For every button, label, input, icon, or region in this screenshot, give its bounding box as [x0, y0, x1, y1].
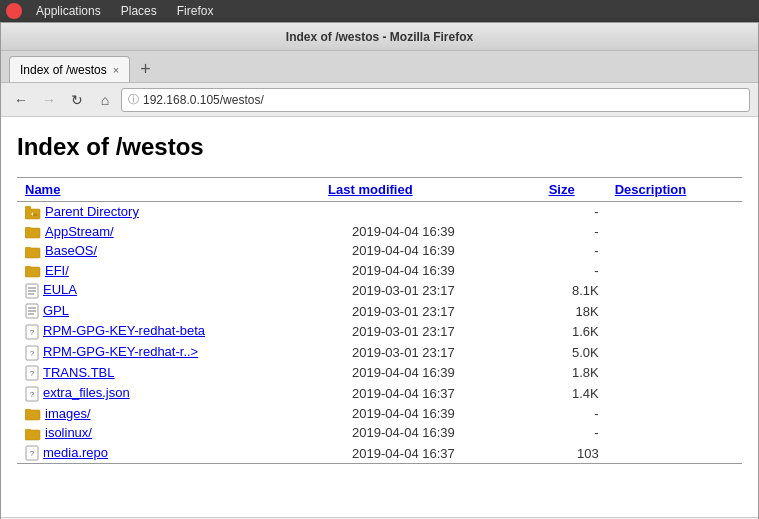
svg-text:?: ?: [30, 369, 35, 378]
table-row: AppStream/2019-04-04 16:39-: [17, 222, 742, 242]
file-size-cell: 18K: [541, 301, 607, 322]
file-name-cell: ?extra_files.json: [17, 383, 320, 404]
file-size-cell: -: [541, 241, 607, 261]
table-row: ?RPM-GPG-KEY-redhat-beta2019-03-01 23:17…: [17, 321, 742, 342]
page-title: Index of /westos: [17, 133, 742, 161]
table-row: ?RPM-GPG-KEY-redhat-r..>2019-03-01 23:17…: [17, 342, 742, 363]
file-desc-cell: [607, 222, 742, 242]
file-desc-cell: [607, 423, 742, 443]
file-link[interactable]: images/: [45, 406, 91, 421]
file-desc-cell: [607, 261, 742, 281]
file-link[interactable]: isolinux/: [45, 425, 92, 440]
menu-bar: Applications Places Firefox: [0, 0, 759, 22]
file-size-cell: 1.4K: [541, 383, 607, 404]
forward-button[interactable]: →: [37, 88, 61, 112]
col-name[interactable]: Name: [17, 178, 320, 202]
file-modified-cell: 2019-04-04 16:39: [320, 423, 541, 443]
file-tbody: Parent Directory-AppStream/2019-04-04 16…: [17, 202, 742, 464]
title-bar: Index of /westos - Mozilla Firefox: [1, 23, 758, 51]
tab-label: Index of /westos: [20, 63, 107, 77]
file-desc-cell: [607, 280, 742, 301]
file-name-cell: Parent Directory: [17, 202, 320, 222]
file-link[interactable]: TRANS.TBL: [43, 365, 115, 380]
active-tab[interactable]: Index of /westos ×: [9, 56, 130, 82]
col-size[interactable]: Size: [541, 178, 607, 202]
file-link[interactable]: BaseOS/: [45, 243, 97, 258]
file-modified-cell: 2019-04-04 16:39: [320, 261, 541, 281]
file-modified-cell: 2019-03-01 23:17: [320, 321, 541, 342]
table-row: EULA2019-03-01 23:178.1K: [17, 280, 742, 301]
file-link[interactable]: extra_files.json: [43, 385, 130, 400]
file-desc-cell: [607, 443, 742, 464]
svg-rect-4: [25, 227, 31, 230]
file-size-cell: -: [541, 423, 607, 443]
file-modified-cell: 2019-03-01 23:17: [320, 280, 541, 301]
file-desc-cell: [607, 301, 742, 322]
col-description: Description: [607, 178, 742, 202]
address-bar-wrapper: ⓘ: [121, 88, 750, 112]
page-content: Index of /westos Name Last modified Size…: [1, 117, 758, 517]
file-link[interactable]: Parent Directory: [45, 204, 139, 219]
file-size-cell: -: [541, 202, 607, 222]
file-link[interactable]: EFI/: [45, 263, 69, 278]
file-desc-cell: [607, 202, 742, 222]
tab-close-button[interactable]: ×: [113, 64, 119, 76]
table-row: EFI/2019-04-04 16:39-: [17, 261, 742, 281]
address-bar[interactable]: [143, 93, 743, 107]
browser-window: Index of /westos - Mozilla Firefox Index…: [0, 22, 759, 519]
table-header-row: Name Last modified Size Description: [17, 178, 742, 202]
table-row: Parent Directory-: [17, 202, 742, 222]
file-modified-cell: 2019-03-01 23:17: [320, 301, 541, 322]
applications-menu[interactable]: Applications: [30, 2, 107, 20]
table-row: images/2019-04-04 16:39-: [17, 404, 742, 424]
file-size-cell: 5.0K: [541, 342, 607, 363]
new-tab-button[interactable]: +: [134, 56, 157, 82]
file-link[interactable]: RPM-GPG-KEY-redhat-beta: [43, 323, 205, 338]
file-name-cell: AppStream/: [17, 222, 320, 242]
svg-text:?: ?: [30, 449, 35, 458]
tab-bar: Index of /westos × +: [1, 51, 758, 83]
file-desc-cell: [607, 342, 742, 363]
file-name-cell: isolinux/: [17, 423, 320, 443]
svg-rect-28: [25, 429, 31, 432]
file-desc-cell: [607, 241, 742, 261]
home-button[interactable]: ⌂: [93, 88, 117, 112]
file-size-cell: 1.6K: [541, 321, 607, 342]
reload-button[interactable]: ↻: [65, 88, 89, 112]
table-row: isolinux/2019-04-04 16:39-: [17, 423, 742, 443]
file-desc-cell: [607, 404, 742, 424]
file-size-cell: -: [541, 222, 607, 242]
file-name-cell: GPL: [17, 301, 320, 322]
file-modified-cell: 2019-04-04 16:37: [320, 443, 541, 464]
svg-text:?: ?: [30, 349, 35, 358]
col-modified[interactable]: Last modified: [320, 178, 541, 202]
file-name-cell: ?TRANS.TBL: [17, 363, 320, 384]
file-modified-cell: 2019-04-04 16:39: [320, 363, 541, 384]
file-size-cell: -: [541, 404, 607, 424]
file-link[interactable]: GPL: [43, 303, 69, 318]
file-table: Name Last modified Size Description Pare…: [17, 177, 742, 464]
file-link[interactable]: media.repo: [43, 445, 108, 460]
file-desc-cell: [607, 321, 742, 342]
file-desc-cell: [607, 363, 742, 384]
file-link[interactable]: AppStream/: [45, 224, 114, 239]
table-row: GPL2019-03-01 23:1718K: [17, 301, 742, 322]
app-icon: [6, 3, 22, 19]
file-link[interactable]: EULA: [43, 282, 77, 297]
file-link[interactable]: RPM-GPG-KEY-redhat-r..>: [43, 344, 198, 359]
file-name-cell: ?media.repo: [17, 443, 320, 464]
window-title: Index of /westos - Mozilla Firefox: [286, 30, 473, 44]
firefox-menu[interactable]: Firefox: [171, 2, 220, 20]
svg-text:?: ?: [30, 328, 35, 337]
back-button[interactable]: ←: [9, 88, 33, 112]
file-modified-cell: 2019-04-04 16:39: [320, 404, 541, 424]
file-name-cell: BaseOS/: [17, 241, 320, 261]
svg-rect-6: [25, 247, 31, 250]
file-name-cell: ?RPM-GPG-KEY-redhat-beta: [17, 321, 320, 342]
table-row: ?media.repo2019-04-04 16:37103: [17, 443, 742, 464]
file-size-cell: 8.1K: [541, 280, 607, 301]
navigation-bar: ← → ↻ ⌂ ⓘ: [1, 83, 758, 117]
file-name-cell: EULA: [17, 280, 320, 301]
places-menu[interactable]: Places: [115, 2, 163, 20]
file-desc-cell: [607, 383, 742, 404]
